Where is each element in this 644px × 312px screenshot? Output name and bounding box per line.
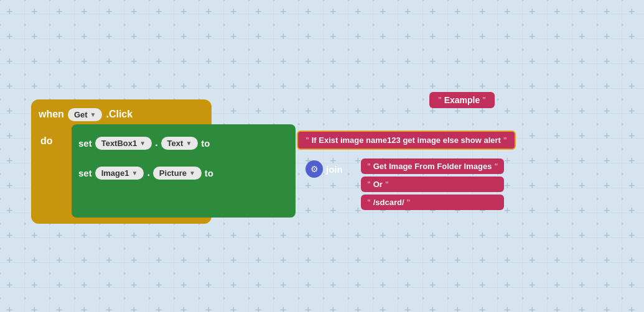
row2: set Image1 ▼ . Picture ▼ to [73,160,218,185]
close-quote-example: " [482,96,486,104]
textbox1-dropdown[interactable]: TextBox1 ▼ [95,137,152,150]
when-header: when Get ▼ .Click [31,101,140,127]
or-block: " Or " [361,177,504,192]
example-block: " Example " [429,92,495,108]
dropdown-arrow: ▼ [90,111,96,118]
sdcard-block: " /sdcard/ " [361,195,504,210]
row1: set TextBox1 ▼ . Text ▼ to [73,131,215,155]
get-image-text: Get Image From Folder Images [373,162,492,171]
image1-arrow: ▼ [132,170,138,177]
example-text: Example [444,95,480,105]
dot-1: . [155,137,157,149]
close-quote-2: " [494,162,498,171]
get-dropdown[interactable]: Get ▼ [68,108,103,121]
if-exist-text: If Exist image name123 get image else sh… [312,135,501,145]
open-quote-3: " [367,180,371,189]
dot-2: . [147,167,149,178]
open-quote-1: " [306,136,309,145]
sdcard-text: /sdcard/ [373,198,404,207]
open-quote-example: " [438,96,442,104]
get-label: Get [74,110,88,119]
open-quote-2: " [367,162,371,171]
image1-dropdown[interactable]: Image1 ▼ [95,167,144,180]
or-text: Or [373,180,383,189]
close-quote-3: " [385,180,389,189]
text-dropdown[interactable]: Text ▼ [161,137,198,150]
get-image-block: " Get Image From Folder Images " [361,158,504,174]
set-label-2: set [78,168,92,178]
when-label: when [39,109,64,120]
join-label: join [326,164,343,175]
text-label: Text [167,139,184,148]
string-stack: " Get Image From Folder Images " " Or " … [361,158,504,210]
click-label: .Click [106,109,133,120]
picture-dropdown[interactable]: Picture ▼ [153,167,202,180]
join-block: ⚙ join [306,160,343,178]
close-quote-4: " [407,198,411,207]
image1-label: Image1 [101,168,129,178]
close-quote-1: " [503,136,507,145]
do-label: do [40,135,53,147]
textbox1-arrow: ▼ [139,140,146,147]
textbox1-label: TextBox1 [101,139,138,148]
gear-icon[interactable]: ⚙ [306,160,323,178]
open-quote-4: " [367,198,371,207]
to-label-2: to [205,168,213,178]
picture-label: Picture [159,168,187,178]
set-label-1: set [78,138,92,149]
to-label-1: to [201,138,210,149]
picture-arrow: ▼ [189,170,195,177]
text-arrow: ▼ [185,140,192,147]
if-exist-block: " If Exist image name123 get image else … [297,131,516,150]
